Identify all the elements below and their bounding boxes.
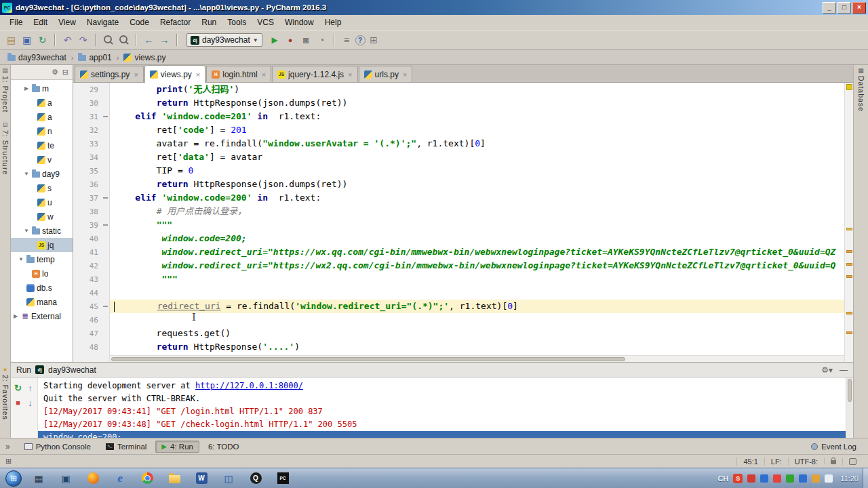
menu-navigate[interactable]: Navigate — [81, 16, 124, 28]
help-icon[interactable]: ? — [355, 35, 366, 45]
ie-icon[interactable]: e — [110, 470, 130, 487]
forward-icon[interactable]: → — [157, 33, 172, 47]
rerun-icon[interactable]: ↻ — [12, 380, 24, 395]
tab-login-html[interactable]: Hlogin.html× — [206, 66, 271, 82]
console-line[interactable]: [12/May/2017 09:43:41] "GET /login.html … — [38, 405, 853, 418]
tray-icon-7[interactable] — [825, 474, 833, 483]
tree-collapse-icon[interactable]: ▼ — [23, 171, 30, 177]
fold-marker-icon[interactable] — [103, 224, 108, 226]
run-coverage-icon[interactable]: ◙ — [299, 33, 313, 47]
jump-down-icon[interactable]: ↓ — [24, 395, 37, 410]
tree-item-lo[interactable]: Hlo — [11, 266, 73, 281]
code-line-39[interactable]: """ — [110, 218, 844, 232]
console-line[interactable]: Starting development server at http://12… — [38, 380, 853, 392]
tab-jquery-1-12-4-js[interactable]: JSjquery-1.12.4.js× — [272, 66, 357, 82]
code-editor[interactable]: print('无人扫码') return HttpResponse(json.d… — [110, 83, 844, 362]
console-line[interactable]: Quit the server with CTRL-BREAK. — [38, 392, 853, 405]
settings-icon[interactable]: ≡ — [340, 33, 354, 47]
explorer-folder-icon[interactable] — [164, 470, 184, 487]
qq-icon[interactable]: Q — [245, 470, 266, 487]
tray-icon-4[interactable] — [786, 474, 794, 483]
readonly-lock-icon[interactable] — [824, 458, 842, 464]
pc-app-icon[interactable]: PC — [273, 470, 293, 487]
word-icon[interactable]: W — [191, 470, 212, 487]
toolwindow-toggle-icon[interactable]: ⊞ — [5, 457, 12, 466]
tree-item-a[interactable]: a — [11, 110, 73, 124]
tray-icon-1[interactable] — [747, 474, 755, 483]
tree-item-w[interactable]: w — [11, 209, 73, 224]
tab-settings-py[interactable]: settings.py× — [75, 66, 144, 82]
tray-icon-5[interactable] — [799, 474, 807, 483]
console-line[interactable]: [12/May/2017 09:43:48] "GET /check-login… — [38, 418, 853, 431]
open-icon[interactable]: ▤ — [4, 33, 18, 47]
menu-tools[interactable]: Tools — [222, 16, 252, 28]
code-line-42[interactable]: window.redirect_uri="https://wx2.qq.com/… — [110, 259, 844, 272]
code-line-47[interactable]: requests.get() — [110, 327, 844, 340]
close-button[interactable]: × — [852, 2, 866, 14]
tray-icon-6[interactable] — [812, 474, 820, 483]
breadcrumb-item-views-py[interactable]: views.py — [121, 52, 167, 63]
code-line-29[interactable]: print('无人扫码') — [110, 83, 844, 96]
app-blue-icon[interactable]: ◫ — [218, 470, 239, 487]
run-button[interactable]: ▶4: Run — [155, 441, 199, 453]
tab-urls-py[interactable]: urls.py× — [359, 66, 413, 82]
fold-marker-icon[interactable] — [103, 116, 108, 117]
stop-icon[interactable]: ■ — [12, 395, 24, 410]
code-line-32[interactable]: ret['code'] = 201 — [110, 123, 844, 137]
menu-file[interactable]: File — [4, 16, 28, 28]
tree-item-a[interactable]: a — [11, 96, 73, 110]
run-config-selector[interactable]: djday93wechat▼ — [186, 33, 262, 47]
python-console-button[interactable]: Python Console — [18, 441, 97, 453]
menu-refactor[interactable]: Refactor — [155, 16, 196, 28]
code-line-38[interactable]: # 用户点击确认登录， — [110, 205, 844, 218]
menu-edit[interactable]: Edit — [28, 16, 53, 28]
code-line-45[interactable]: redirect_uri = re.findall('window.redire… — [110, 300, 844, 313]
tree-item-mana[interactable]: mana — [11, 295, 73, 309]
menu-vcs[interactable]: VCS — [252, 16, 279, 28]
error-stripe-mark[interactable] — [846, 263, 852, 266]
code-line-43[interactable]: """ — [110, 272, 844, 286]
todo-button[interactable]: 6: TODO — [202, 441, 245, 453]
start-button[interactable]: ⊞ — [5, 470, 22, 487]
terminal-button[interactable]: >_Terminal — [100, 441, 153, 453]
close-tab-icon[interactable]: × — [348, 70, 352, 79]
show-desktop-button[interactable] — [863, 468, 868, 488]
chrome-icon[interactable] — [137, 470, 157, 487]
gear-icon[interactable]: ⚙ — [52, 68, 58, 77]
replace-icon[interactable] — [117, 33, 131, 47]
undo-icon[interactable]: ↶ — [60, 33, 75, 47]
error-stripe-mark[interactable] — [846, 312, 852, 314]
tree-item-static[interactable]: ▼static — [11, 224, 73, 238]
run-console[interactable]: Starting development server at http://12… — [38, 378, 853, 438]
back-icon[interactable]: ← — [142, 33, 156, 47]
input-language-badge[interactable]: CH — [717, 474, 728, 483]
sogou-icon[interactable]: S — [733, 474, 743, 483]
menu-view[interactable]: View — [53, 16, 81, 28]
code-line-48[interactable]: return HttpResponse('....') — [110, 340, 844, 354]
tab-views-py[interactable]: views.py× — [144, 65, 205, 83]
console-link[interactable]: http://127.0.0.1:8000/ — [195, 381, 303, 390]
tree-item-s[interactable]: s — [11, 181, 73, 195]
profiler-icon[interactable]: ◔ — [315, 33, 329, 47]
event-log-button[interactable]: Event Log — [805, 441, 863, 453]
caret-position[interactable]: 45:1 — [736, 458, 764, 466]
tree-item-m[interactable]: ▶m — [11, 81, 73, 96]
scrollbar-thumb[interactable] — [848, 379, 852, 402]
hector-icon[interactable] — [842, 458, 863, 465]
find-icon[interactable] — [101, 33, 115, 47]
close-tab-icon[interactable]: × — [196, 70, 200, 79]
tray-icon-3[interactable] — [773, 474, 781, 483]
debug-icon[interactable]: ● — [283, 33, 298, 47]
close-tab-icon[interactable]: × — [134, 70, 138, 79]
error-stripe-mark[interactable] — [846, 250, 852, 253]
run-icon[interactable]: ▶ — [268, 33, 282, 47]
tree-item-te[interactable]: te — [11, 138, 73, 152]
maximize-button[interactable]: □ — [837, 2, 851, 14]
synchronize-icon[interactable]: ↻ — [35, 33, 50, 47]
firefox-icon[interactable] — [83, 470, 103, 487]
console-line[interactable]: window.code=200; — [38, 431, 853, 438]
close-tab-icon[interactable]: × — [262, 70, 266, 79]
tree-item-v[interactable]: v — [11, 152, 73, 167]
breadcrumb-item-day93wechat[interactable]: day93wechat — [5, 52, 68, 63]
tree-expand-icon[interactable]: ▶ — [23, 85, 30, 92]
